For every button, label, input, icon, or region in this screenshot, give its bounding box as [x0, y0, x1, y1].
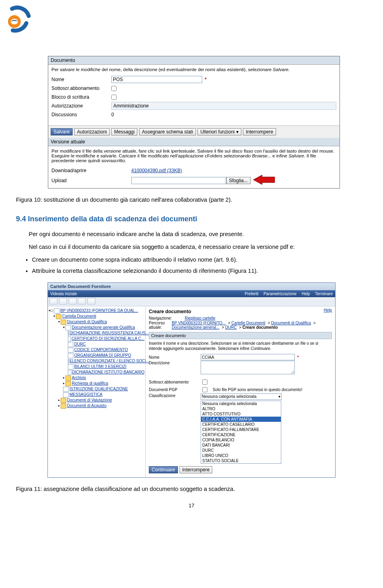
sfoglia-button[interactable]: Sfoglia... — [226, 177, 251, 184]
label-blocco: Blocco di scrittura — [51, 94, 111, 100]
figure11-caption: Figura 11: assegnazione della classifica… — [16, 486, 367, 492]
tree-item[interactable]: CODICE COMPORTAMENTO — [49, 347, 144, 353]
tree-item[interactable]: DICHIARAZIONE INSUSSISTENZA CAUS... — [49, 330, 144, 336]
dialog-note: Per salvare le modifiche del nome, della… — [51, 67, 336, 72]
tree-item[interactable]: DICHIARAZIONE ISTITUTO BANCARIO — [49, 369, 144, 375]
tree-item[interactable]: ▾Cartella Documenti — [49, 314, 144, 319]
classificazione-listbox[interactable]: Nessuna categoria selezionataALTROATTO C… — [201, 401, 281, 464]
page-icon — [68, 331, 69, 336]
page-icon — [68, 370, 71, 375]
section-heading: 9.4 Inserimento della data di scadenza d… — [16, 215, 367, 223]
arrow-icon — [253, 175, 275, 186]
messaggi-button[interactable]: Messaggi — [111, 128, 137, 135]
tree-item[interactable]: ▸Documenti di Valutazione — [49, 397, 144, 403]
embedded-dialog-documento: Documento Per salvare le modifiche del n… — [48, 56, 340, 189]
listbox-option[interactable]: C.C.I.A.A. CON ANTIMAFIA — [201, 417, 281, 422]
descrizione-input[interactable] — [201, 361, 295, 374]
tree-item[interactable]: ▸Richiesta di qualifica — [49, 381, 144, 386]
toolbar-icon[interactable] — [49, 298, 57, 304]
download-link[interactable]: 4100004390.pdf (33KB) — [131, 168, 182, 173]
listbox-option[interactable]: LIBRO UNICO — [201, 453, 281, 458]
paragraph-1: Per ogni documento è necessario indicare… — [16, 230, 367, 238]
nav-terminare[interactable]: Terminare — [315, 292, 333, 296]
assegnare-schema-button[interactable]: Assegnare schema stati — [139, 128, 196, 135]
nome-input[interactable] — [111, 76, 202, 83]
tree-item[interactable]: ELENCO CONSORZIATE / ELENCO SOCI... — [49, 358, 144, 364]
toolbar-icon[interactable] — [78, 298, 86, 304]
page-icon — [68, 348, 73, 353]
listbox-option[interactable]: ATTO COSTITUTIVO — [201, 411, 281, 417]
tree-item[interactable]: ▾Documentazione generale Qualifica — [49, 325, 144, 330]
crumb[interactable]: BP VND0003233 (FORNITO... — [172, 321, 225, 325]
tree-item[interactable]: ISTRUZIONE QUALIFICAZIONE — [49, 386, 144, 392]
tree-item[interactable]: ▾☐BP VND0003233 (FORNITORE DA QUAL... — [49, 308, 144, 314]
label-sottoscr: Sottoscr.abbonamento — [51, 85, 111, 91]
tree-item[interactable]: ▾Documenti di Qualifica — [49, 319, 144, 325]
nome2-input[interactable] — [201, 354, 295, 360]
page-icon — [68, 359, 69, 364]
folder-icon — [61, 320, 66, 325]
classificazione-select[interactable]: Nessuna categoria selezionata ▾ — [201, 393, 282, 400]
folder-icon — [61, 398, 66, 403]
pgp-checkbox[interactable] — [202, 387, 207, 392]
bullet-1: Creare un documento come sopra indicato … — [32, 256, 367, 264]
toolbar-icon[interactable] — [87, 298, 95, 304]
main-title: Creare documento — [149, 309, 332, 314]
interrompere-button[interactable]: Interrompere — [243, 128, 276, 135]
label-nome2: Nome — [149, 355, 201, 360]
listbox-option[interactable]: CERTIFICAZIONE — [201, 432, 281, 437]
toolbar-icon[interactable] — [69, 298, 77, 304]
tree-item[interactable]: ORGANIGRAMMA DI GRUPPO — [49, 353, 144, 358]
autorizzazione-value: Amministrazione — [111, 102, 336, 110]
page-icon — [63, 392, 69, 397]
tree-item[interactable]: CERTIFICATO DI ISCRIZIONE ALLA C... — [49, 336, 144, 342]
nav-parametrizzazione[interactable]: Parametrizzazione — [264, 292, 297, 296]
page-icon — [68, 364, 73, 369]
tree-item[interactable]: MESSAGGISTICA — [49, 392, 144, 397]
listbox-option[interactable]: CERTIFICATO CASELLARIO — [201, 422, 281, 427]
folder-tree: ▾☐BP VND0003233 (FORNITORE DA QUAL...▾Ca… — [48, 306, 146, 477]
salvare-button[interactable]: Salvare — [51, 128, 73, 135]
crumb[interactable]: Documenti di Qualifica — [271, 321, 311, 325]
label-discussions: Discussions — [51, 112, 111, 117]
listbox-option[interactable]: ALTRO — [201, 406, 281, 411]
tree-item[interactable]: ▸Archivio — [49, 375, 144, 381]
listbox-option[interactable]: STATUTO SOCIALE — [201, 458, 281, 463]
dialog-note-2: Per modificare il file della versione at… — [51, 149, 336, 163]
folder-icon — [65, 325, 71, 330]
crumb[interactable]: Documentazione general... — [172, 325, 219, 330]
autorizzazioni-button[interactable]: Autorizzazioni — [74, 128, 110, 135]
listbox-option[interactable]: DURC — [201, 448, 281, 453]
crumb-current: Creare documento — [243, 325, 278, 330]
app-navbar: Videata iniziale Preferiti Parametrizzaz… — [48, 290, 335, 297]
tree-item[interactable]: ▸Documenti di Acquisto — [49, 403, 144, 409]
upload-path-input[interactable] — [131, 177, 226, 184]
crumb[interactable]: DURC — [225, 325, 237, 330]
nav-help[interactable]: Help — [302, 292, 310, 296]
riepilogo-link[interactable]: Riepilogo cartelle — [185, 316, 215, 320]
help-link[interactable]: Help — [324, 308, 332, 312]
listbox-option[interactable]: DATI BANCARI — [201, 443, 281, 448]
nav-preferiti[interactable]: Preferiti — [245, 292, 258, 296]
tree-item[interactable]: BILANCI ULTIMI 3 ESERCIZI — [49, 364, 144, 369]
page-icon — [68, 336, 71, 342]
tree-item[interactable]: DURC — [49, 342, 144, 347]
crumb[interactable]: Cartelle Documenti — [231, 321, 265, 325]
listbox-option[interactable]: CERTIFICATO FALLIMENTARE — [201, 427, 281, 432]
nav-left[interactable]: Videata iniziale — [50, 292, 77, 296]
blocco-checkbox[interactable] — [111, 95, 116, 100]
ulteriori-funzioni-button[interactable]: Ulteriori funzioni ▾ — [197, 128, 241, 135]
label-navigazione: Navigazione: — [149, 316, 185, 320]
folder-icon — [56, 314, 61, 319]
sottoscr2-checkbox[interactable] — [202, 379, 207, 385]
interrompere2-button[interactable]: Interrompere — [180, 466, 213, 473]
continuare-button[interactable]: Continuare — [149, 466, 178, 473]
listbox-option[interactable]: Nessuna categoria selezionata — [201, 401, 281, 406]
label-download: Download/aprire — [51, 168, 131, 173]
listbox-option[interactable]: COPIA BILANCIO — [201, 437, 281, 443]
toolbar-icon[interactable] — [59, 298, 67, 304]
page-number: 17 — [16, 503, 367, 509]
figure10-caption: Figura 10: sostituzione di un documento … — [16, 197, 367, 203]
label-descrizione: Descrizione — [149, 361, 201, 365]
sottoscr-checkbox[interactable] — [111, 86, 116, 91]
